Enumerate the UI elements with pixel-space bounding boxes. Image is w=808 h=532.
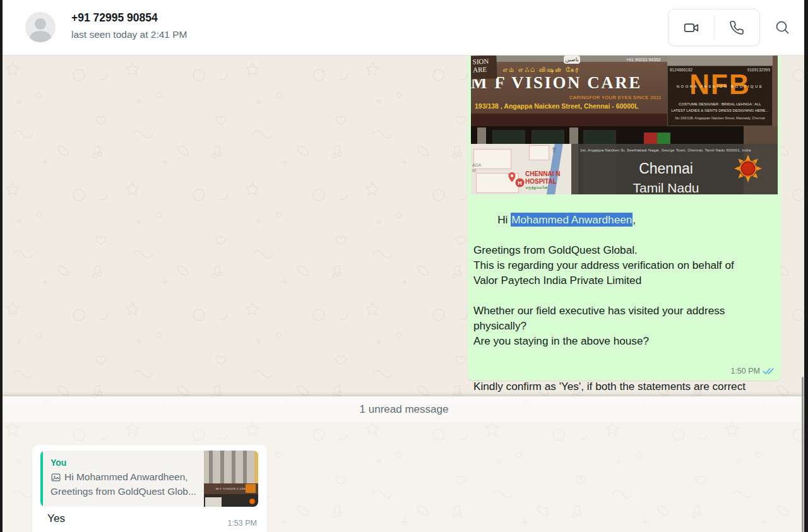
message-photo-attachment[interactable]: எம் எஃப் விஷன் கேர் M F VISION CARE CARI… xyxy=(471,56,778,194)
message-line: Valor Paytech India Private Limited xyxy=(473,273,775,288)
message-meta: 1:50 PM xyxy=(730,367,775,375)
boutique-name: NOORA FASHION BOUTIQUE xyxy=(667,85,773,88)
unread-messages-divider: 1 unread message xyxy=(0,396,808,423)
read-receipt-double-check-icon xyxy=(763,367,775,375)
message-line: Whether our field executive has visited … xyxy=(473,303,775,318)
boutique-line1: COSTUME DESIGNER : BRIDAL LEHNGA : ALL xyxy=(667,102,773,106)
map-left-label: ADA xyxy=(472,163,481,167)
message-line: Greetings from GoldQuest Global. xyxy=(473,242,775,257)
contact-phone-number: +91 72995 90854 xyxy=(71,11,158,25)
boutique-line3: No.193/138, Angappan Naicken Street, Man… xyxy=(667,116,773,120)
storefront-sign-address: 193/138 , Angappa Naicken Street, Chenna… xyxy=(475,102,638,110)
quote-author: You xyxy=(50,458,66,468)
outgoing-message-bubble[interactable]: எம் எஃப் விஷன் கேர் M F VISION CARE CARI… xyxy=(468,56,781,381)
whatsapp-chat-window: 1 unread message எம் எஃப் விஷன் கேர் M F… xyxy=(0,0,808,532)
quote-preview-line1: Hi Mohammed Anwardheen, xyxy=(50,471,188,483)
geotag-city: Chennai xyxy=(571,160,761,177)
gps-stamp-icon xyxy=(733,153,763,184)
quote-accent-bar xyxy=(40,451,43,507)
contact-last-seen: last seen today at 2:41 PM xyxy=(71,29,187,40)
map-road-label: Bu xyxy=(552,147,557,153)
voice-call-button[interactable] xyxy=(715,9,760,45)
contact-avatar[interactable] xyxy=(25,12,56,42)
video-call-button[interactable] xyxy=(668,9,714,45)
photo-icon xyxy=(50,472,61,483)
outgoing-message-text: Hi Mohammed Anwardheen, Greetings from G… xyxy=(473,197,775,394)
message-line: This is regarding your address verificat… xyxy=(473,257,775,273)
map-hospital-label-tamil: மருத்துவமனை xyxy=(525,186,548,190)
storefront-sign-tagline: CARINGFOR YOUR EYES SINCE 2011 xyxy=(569,95,662,100)
quote-preview-line2: Greetings from GoldQuest Glob... xyxy=(50,486,196,497)
message-timestamp: 1:50 PM xyxy=(730,367,760,375)
adjacent-sign-partial: SION ARE xyxy=(471,56,497,80)
selected-text: Mohammed Anwardheen xyxy=(511,213,633,227)
window-right-edge xyxy=(804,0,808,532)
message-line: Are you staying in the above house? xyxy=(473,333,775,348)
geotag-address: 1st, Angappa Naicken St, Seethakadi Naga… xyxy=(580,148,751,152)
map-left-label: M xyxy=(472,168,476,173)
quote-thumbnail: M F VISION CARE xyxy=(204,451,258,507)
boutique-line2: LATEST LADIES & GENTS DRESS DESIGNING HE… xyxy=(667,109,773,112)
chat-header: +91 72995 90854 last seen today at 2:41 … xyxy=(0,0,808,56)
unread-messages-label: 1 unread message xyxy=(360,403,449,416)
boutique-sign-board: 8124666182 9169132999 NFB NOORA FASHION … xyxy=(667,66,773,126)
svg-text:H: H xyxy=(518,180,522,186)
sign-phone-number: +91 90033 94352 xyxy=(626,57,661,62)
map-inset: Bu ADA M H CHENNAI N HOSPITAL மருத்துவமன… xyxy=(471,144,571,194)
video-call-icon xyxy=(683,20,699,36)
call-button-group xyxy=(668,9,760,46)
chat-scrollbar-thumb[interactable] xyxy=(802,377,804,532)
message-line xyxy=(473,348,775,364)
thumbnail-gps-dot xyxy=(249,499,255,504)
window-left-edge xyxy=(0,0,3,532)
map-hospital-label: CHENNAI N xyxy=(525,170,561,177)
storefront-sign-board: எம் எஃப் விஷன் கேர் M F VISION CARE CARI… xyxy=(471,62,674,115)
voice-call-icon xyxy=(729,20,744,35)
message-line xyxy=(473,288,775,303)
message-line: Kindly confirm as 'Yes', if both the sta… xyxy=(473,379,775,394)
incoming-message-text: Yes xyxy=(47,512,65,525)
incoming-message-bubble[interactable]: You Hi Mohammed Anwardheen, Greetings fr… xyxy=(32,445,267,532)
search-button[interactable] xyxy=(771,16,793,38)
message-line: Hi Mohammed Anwardheen, xyxy=(473,197,775,242)
search-icon xyxy=(775,20,790,35)
message-line: physically? xyxy=(473,318,775,333)
message-line xyxy=(473,364,775,379)
map-hospital-label: HOSPITAL xyxy=(525,178,557,185)
geotag-state: Tamil Nadu xyxy=(571,180,761,194)
incoming-message-timestamp: 1:53 PM xyxy=(227,519,257,528)
arabic-plaque: باصين xyxy=(564,56,580,64)
avatar-person-icon xyxy=(35,18,46,30)
quoted-message[interactable]: You Hi Mohammed Anwardheen, Greetings fr… xyxy=(40,451,258,507)
flag-poster xyxy=(644,133,670,144)
hospital-marker-icon: H xyxy=(515,178,525,187)
